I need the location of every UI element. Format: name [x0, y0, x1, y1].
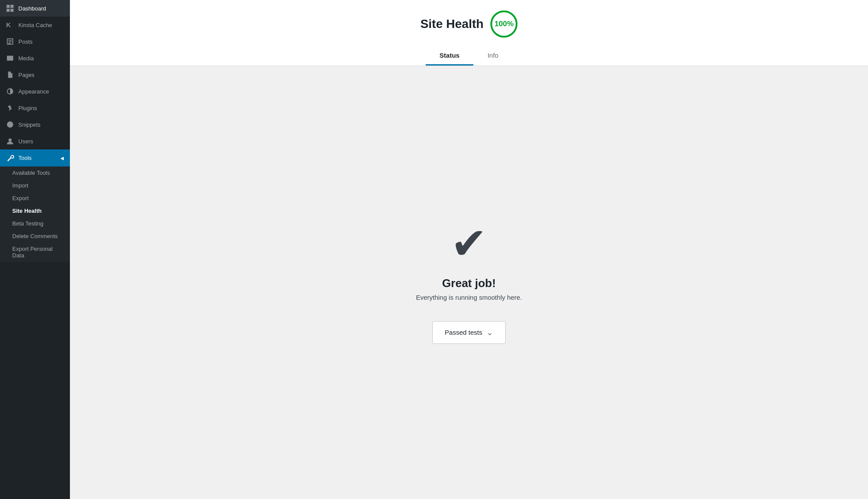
page-body: ✔ Great job! Everything is running smoot… [70, 66, 868, 499]
sidebar-item-tools[interactable]: Tools ◂ [0, 149, 70, 166]
submenu-export[interactable]: Export [0, 192, 70, 204]
media-icon [6, 54, 14, 62]
tools-arrow-icon: ◂ [60, 154, 64, 162]
svg-rect-0 [7, 5, 10, 8]
sidebar-label-posts: Posts [18, 38, 33, 45]
sidebar-item-kinsta-cache[interactable]: K Kinsta Cache [0, 17, 70, 33]
submenu-import[interactable]: Import [0, 179, 70, 192]
health-score-badge: 100% [490, 10, 517, 38]
tab-status[interactable]: Status [426, 46, 474, 66]
sidebar-item-media[interactable]: Media [0, 50, 70, 66]
chevron-down-icon: ⌄ [486, 328, 493, 337]
page-title-row: Site Health 100% [420, 10, 518, 38]
main-content: Site Health 100% Status Info ✔ Great job… [70, 0, 868, 499]
kinsta-icon: K [6, 21, 14, 29]
sidebar-item-pages[interactable]: Pages [0, 66, 70, 83]
submenu-site-health[interactable]: Site Health [0, 204, 70, 217]
submenu-available-tools[interactable]: Available Tools [0, 166, 70, 179]
passed-tests-button[interactable]: Passed tests⌄ [432, 321, 506, 344]
svg-rect-3 [10, 9, 14, 12]
sidebar-item-appearance[interactable]: Appearance [0, 83, 70, 100]
sidebar-item-snippets[interactable]: Snippets [0, 116, 70, 133]
tools-submenu: Available Tools Import Export Site Healt… [0, 166, 70, 262]
sidebar: Dashboard K Kinsta Cache Posts Media Pag… [0, 0, 70, 499]
sidebar-label-users: Users [18, 138, 33, 145]
sidebar-label-snippets: Snippets [18, 121, 41, 128]
sidebar-item-users[interactable]: Users [0, 133, 70, 149]
svg-rect-2 [7, 9, 10, 12]
appearance-icon [6, 87, 14, 95]
passed-tests-label: Passed tests [445, 329, 483, 336]
sidebar-label-appearance: Appearance [18, 88, 49, 95]
status-subtitle: Everything is running smoothly here. [416, 294, 522, 301]
sidebar-label-pages: Pages [18, 72, 35, 78]
svg-rect-1 [10, 5, 14, 8]
checkmark-icon: ✔ [451, 222, 487, 265]
page-title: Site Health [420, 17, 484, 31]
snippets-icon [6, 121, 14, 128]
sidebar-item-posts[interactable]: Posts [0, 33, 70, 50]
tab-info[interactable]: Info [473, 46, 512, 66]
submenu-delete-comments[interactable]: Delete Comments [0, 230, 70, 243]
plugins-icon [6, 104, 14, 112]
tools-icon [6, 154, 14, 162]
sidebar-item-dashboard[interactable]: Dashboard [0, 0, 70, 17]
posts-icon [6, 38, 14, 45]
tabs: Status Info [87, 46, 851, 66]
users-icon [6, 137, 14, 145]
status-title: Great job! [442, 277, 496, 290]
status-section: ✔ Great job! Everything is running smoot… [416, 222, 522, 344]
sidebar-label-tools: Tools [18, 155, 31, 161]
dashboard-icon [6, 4, 14, 12]
sidebar-label-kinsta-cache: Kinsta Cache [18, 22, 52, 28]
submenu-export-personal-data[interactable]: Export Personal Data [0, 243, 70, 262]
submenu-beta-testing[interactable]: Beta Testing [0, 217, 70, 230]
sidebar-label-dashboard: Dashboard [18, 5, 46, 12]
svg-point-7 [8, 139, 11, 142]
page-header: Site Health 100% Status Info [70, 0, 868, 66]
sidebar-item-plugins[interactable]: Plugins [0, 100, 70, 116]
sidebar-label-plugins: Plugins [18, 105, 37, 111]
sidebar-label-media: Media [18, 55, 34, 62]
pages-icon [6, 71, 14, 79]
